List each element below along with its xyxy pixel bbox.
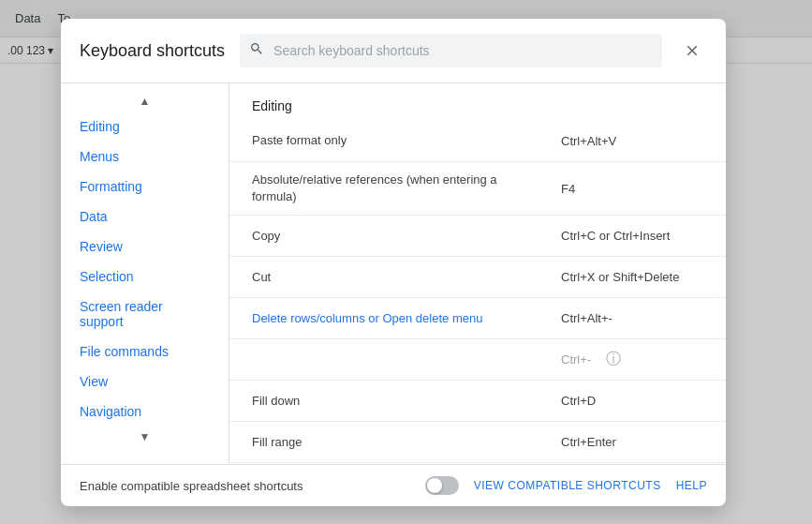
shortcut-desc-1: Absolute/relative references (when enter… [229,162,539,215]
shortcut-row: Ctrl+- ⓘ [229,339,726,381]
shortcut-desc-3: Cut [229,260,539,295]
shortcut-row: Fill down Ctrl+D [229,381,726,422]
shortcut-keys-5: Ctrl+- ⓘ [539,340,726,379]
shortcut-keys-0: Ctrl+Alt+V [539,125,726,157]
shortcut-desc-0: Paste format only [229,123,539,158]
sidebar-item-data[interactable]: Data [61,202,229,232]
dialog-header: Keyboard shortcuts [61,19,726,83]
shortcut-row: Absolute/relative references (when enter… [229,162,726,216]
search-container [240,34,662,67]
sidebar: ▲ Editing Menus Formatting Data Review S… [61,83,229,464]
search-input[interactable] [240,34,662,67]
shortcut-desc-4[interactable]: Delete rows/columns or Open delete menu [229,301,539,337]
sidebar-item-formatting[interactable]: Formatting [61,172,229,202]
shortcut-row: Cut Ctrl+X or Shift+Delete [229,257,726,298]
shortcut-keys-7: Ctrl+Enter [539,426,726,458]
shortcut-row: Fill range Ctrl+Enter [229,422,726,463]
shortcut-row: Copy Ctrl+C or Ctrl+Insert [229,216,726,257]
sidebar-item-screen-reader[interactable]: Screen reader support [61,292,229,337]
dialog-body: ▲ Editing Menus Formatting Data Review S… [61,83,726,464]
shortcut-row: Delete rows/columns or Open delete menu … [229,298,726,339]
shortcut-row: Paste format only Ctrl+Alt+V [229,121,726,162]
shortcut-row: Fill right Ctrl+R [229,463,726,464]
info-icon[interactable]: ⓘ [606,350,621,369]
dialog-title: Keyboard shortcuts [80,41,225,61]
sidebar-item-file-commands[interactable]: File commands [61,337,229,367]
shortcut-keys-4: Ctrl+Alt+- [539,302,726,335]
toggle-knob [427,478,442,493]
shortcut-desc-2: Copy [229,218,539,254]
sidebar-item-view[interactable]: View [61,367,229,397]
shortcut-keys-3: Ctrl+X or Shift+Delete [539,261,726,293]
close-button[interactable] [677,36,707,66]
shortcut-desc-7: Fill range [229,425,539,460]
sidebar-item-selection[interactable]: Selection [61,262,229,292]
keyboard-shortcuts-dialog: Keyboard shortcuts ▲ Editing Menus Forma… [61,19,726,506]
shortcut-keys-2: Ctrl+C or Ctrl+Insert [539,219,726,252]
sidebar-item-editing[interactable]: Editing [61,112,229,142]
scroll-up-indicator: ▲ [61,91,229,112]
content-area: Editing Paste format only Ctrl+Alt+V Abs… [229,83,726,464]
compatible-shortcuts-toggle[interactable] [425,476,459,495]
shortcut-desc-6: Fill down [229,383,539,419]
scroll-down-indicator: ▼ [61,427,229,447]
search-icon [249,41,264,60]
help-link[interactable]: HELP [676,479,707,492]
dialog-footer: Enable compatible spreadsheet shortcuts … [61,464,726,506]
sidebar-item-navigation[interactable]: Navigation [61,397,229,427]
shortcut-keys-1: F4 [539,172,726,205]
section-title: Editing [229,83,726,121]
toggle-label: Enable compatible spreadsheet shortcuts [80,479,410,493]
sidebar-item-menus[interactable]: Menus [61,142,229,172]
shortcut-keys-6: Ctrl+D [539,384,726,417]
view-compatible-link[interactable]: VIEW COMPATIBLE SHORTCUTS [474,479,661,492]
shortcut-desc-5 [229,351,539,369]
sidebar-item-review[interactable]: Review [61,232,229,262]
